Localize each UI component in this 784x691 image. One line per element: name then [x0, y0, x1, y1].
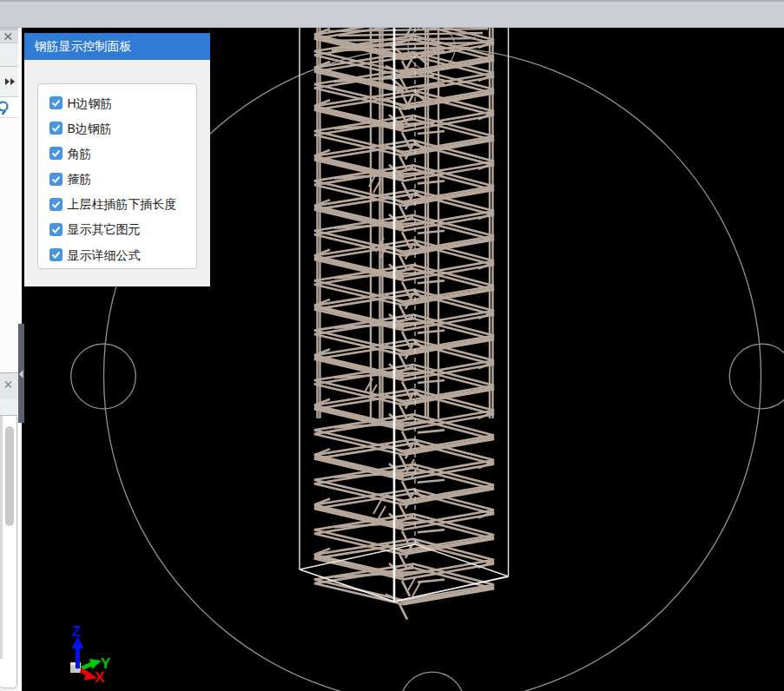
svg-text:Z: Z — [72, 623, 81, 640]
svg-text:X: X — [95, 669, 105, 686]
